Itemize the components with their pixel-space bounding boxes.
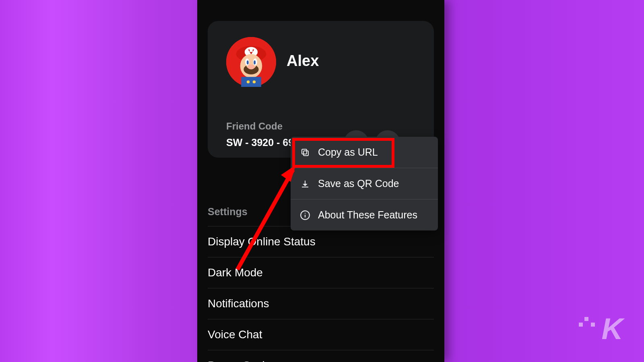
info-icon [299, 210, 311, 221]
app-panel: Alex Friend Code SW - 3920 - 6904 - 1313… [197, 0, 444, 362]
settings-item-dark-mode[interactable]: Dark Mode [208, 257, 434, 288]
settings-item-display-online-status[interactable]: Display Online Status [208, 226, 434, 257]
watermark: K [602, 312, 623, 346]
svg-point-15 [247, 80, 250, 83]
svg-point-16 [253, 80, 256, 83]
settings-item-power-saving[interactable]: Power Saving [208, 350, 434, 362]
username: Alex [287, 52, 319, 70]
menu-item-copy-as-url[interactable]: Copy as URL [291, 137, 438, 168]
settings-item-voice-chat[interactable]: Voice Chat [208, 319, 434, 350]
friend-code-label: Friend Code [226, 121, 283, 132]
settings-header: Settings [208, 206, 248, 218]
settings-item-notifications[interactable]: Notifications [208, 288, 434, 319]
svg-rect-19 [303, 151, 308, 156]
svg-rect-14 [255, 77, 258, 84]
menu-item-label: About These Features [318, 209, 417, 221]
svg-rect-13 [244, 77, 247, 84]
menu-item-about-features[interactable]: About These Features [291, 199, 438, 230]
svg-point-7 [248, 64, 254, 69]
svg-point-23 [305, 213, 305, 214]
svg-point-10 [247, 60, 249, 64]
menu-item-save-qr[interactable]: Save as QR Code [291, 168, 438, 199]
svg-rect-20 [302, 149, 307, 154]
mario-avatar-icon [226, 37, 276, 87]
context-menu: Copy as URL Save as QR Code [291, 137, 438, 230]
menu-item-label: Copy as URL [318, 146, 378, 158]
svg-point-11 [254, 60, 256, 64]
avatar[interactable] [226, 37, 276, 87]
download-icon [299, 178, 311, 189]
settings-list: Display Online Status Dark Mode Notifica… [208, 226, 434, 362]
copy-icon [299, 147, 311, 158]
background: Alex Friend Code SW - 3920 - 6904 - 1313… [0, 0, 644, 362]
menu-item-label: Save as QR Code [318, 178, 399, 189]
